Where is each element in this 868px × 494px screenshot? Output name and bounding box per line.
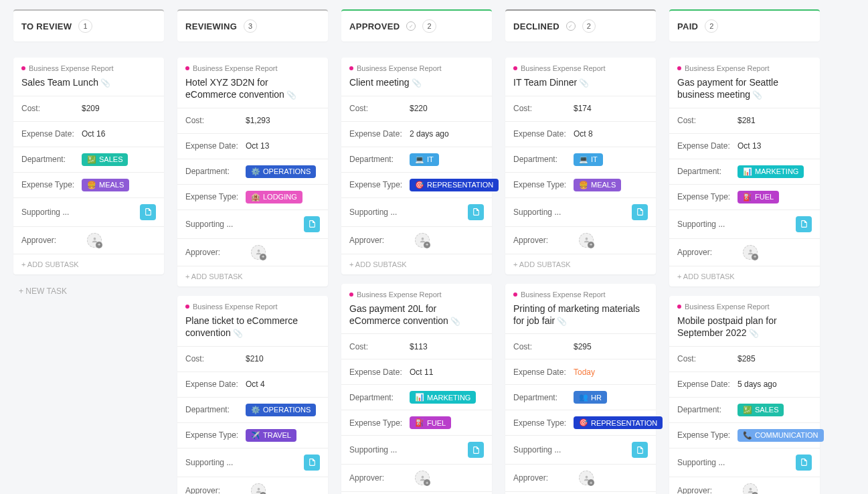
tag-expense-type[interactable]: 🎯REPRESENTATION (574, 416, 663, 429)
card-header: Business Expense ReportHotel XYZ 3D2N fo… (177, 58, 328, 108)
column-title: DECLINED (513, 21, 559, 31)
tag-department[interactable]: 👥HR (574, 391, 607, 404)
column-header[interactable]: DECLINED✓2 (505, 9, 656, 42)
new-task-button[interactable]: + NEW TASK (13, 284, 164, 299)
card-header: Business Expense ReportClient meeting📎 (341, 58, 492, 96)
document-icon[interactable] (304, 455, 320, 471)
task-card[interactable]: Business Expense ReportGas payment for S… (669, 58, 820, 286)
column-header[interactable]: APPROVED✓2 (341, 9, 492, 42)
document-icon[interactable] (796, 455, 812, 471)
dept-emoji-icon: 📊 (743, 167, 752, 176)
row-expense-type: Expense Type:🍔MEALS (505, 172, 656, 197)
task-card[interactable]: Business Expense ReportPrinting of marke… (505, 284, 656, 494)
tag-expense-type[interactable]: 🍔MEALS (82, 179, 129, 191)
add-subtask-button[interactable]: + ADD SUBTASK (669, 266, 820, 286)
label-supporting: Supporting ... (185, 220, 246, 229)
task-card[interactable]: Business Expense ReportPlane ticket to e… (177, 296, 328, 494)
approver-avatar[interactable]: + (579, 471, 594, 485)
tag-department[interactable]: 💻IT (574, 153, 603, 166)
task-card[interactable]: Business Expense ReportGas payment 20L f… (341, 284, 492, 494)
card-header: Business Expense ReportPrinting of marke… (505, 284, 656, 334)
label-approver: Approver: (349, 236, 410, 245)
label-cost: Cost: (513, 342, 574, 351)
add-subtask-button[interactable]: + ADD SUBTASK (505, 491, 656, 494)
label-supporting: Supporting ... (349, 208, 410, 217)
column-header[interactable]: REVIEWING3 (177, 9, 328, 42)
task-card[interactable]: Business Expense ReportIT Team Dinner📎Co… (505, 58, 656, 274)
column-header[interactable]: TO REVIEW1 (13, 9, 164, 42)
label-cost: Cost: (185, 116, 246, 125)
card-category: Business Expense Report (349, 291, 484, 299)
add-subtask-button[interactable]: + ADD SUBTASK (505, 254, 656, 274)
document-icon[interactable] (632, 204, 648, 220)
row-supporting: Supporting ... (177, 210, 328, 238)
column-header[interactable]: PAID2 (669, 9, 820, 42)
document-icon[interactable] (632, 442, 648, 458)
row-expense-type: Expense Type:🏨LODGING (177, 184, 328, 210)
add-subtask-button[interactable]: + ADD SUBTASK (13, 254, 164, 274)
tag-expense-type[interactable]: 🎯REPRESENTATION (410, 179, 499, 191)
tag-expense-type[interactable]: ⛽FUEL (410, 416, 451, 429)
value-expense-date: Oct 11 (410, 367, 433, 377)
add-subtask-button[interactable]: + ADD SUBTASK (341, 254, 492, 274)
label-expense-type: Expense Type: (349, 180, 410, 189)
row-expense-type: Expense Type:⛽FUEL (341, 410, 492, 435)
document-icon[interactable] (304, 216, 320, 232)
tag-department[interactable]: 📊MARKETING (737, 165, 804, 178)
document-icon[interactable] (796, 216, 812, 232)
dept-emoji-icon: ⚙️ (251, 167, 260, 176)
tag-department[interactable]: 💹SALES (82, 153, 128, 166)
document-icon[interactable] (140, 204, 156, 220)
add-subtask-button[interactable]: + ADD SUBTASK (341, 491, 492, 494)
label-expense-date: Expense Date: (21, 129, 82, 139)
row-department: Department:💹SALES (13, 147, 164, 172)
label-approver: Approver: (677, 248, 737, 257)
add-subtask-button[interactable]: + ADD SUBTASK (177, 266, 328, 286)
tag-department[interactable]: ⚙️OPERATIONS (246, 165, 316, 178)
approver-avatar[interactable]: + (579, 233, 594, 248)
task-card[interactable]: Business Expense ReportSales Team Lunch📎… (13, 58, 164, 274)
tag-expense-type[interactable]: 🏨LODGING (246, 191, 302, 203)
label-department: Department: (677, 405, 737, 414)
dept-emoji-icon: 👥 (579, 393, 588, 402)
tag-department[interactable]: 💻IT (410, 153, 439, 166)
label-supporting: Supporting ... (21, 208, 82, 217)
approver-avatar[interactable]: + (415, 471, 430, 485)
tag-expense-type[interactable]: 🍔MEALS (574, 179, 621, 191)
document-icon[interactable] (468, 442, 484, 458)
label-expense-date: Expense Date: (513, 129, 574, 139)
approver-avatar[interactable]: + (87, 233, 102, 248)
label-cost: Cost: (513, 104, 574, 113)
tag-expense-type[interactable]: ✈️TRAVEL (246, 429, 296, 442)
label-cost: Cost: (21, 104, 82, 113)
tag-department[interactable]: 📊MARKETING (410, 391, 476, 404)
tag-department[interactable]: 💹SALES (737, 404, 784, 416)
task-card[interactable]: Business Expense ReportMobile postpaid p… (669, 296, 820, 494)
category-label: Business Expense Report (29, 64, 114, 72)
tag-expense-type[interactable]: ⛽FUEL (737, 191, 779, 203)
category-label: Business Expense Report (521, 291, 606, 299)
approver-avatar[interactable]: + (415, 233, 430, 248)
tag-expense-type[interactable]: 📞COMMUNICATION (737, 429, 824, 442)
label-expense-date: Expense Date: (677, 141, 737, 151)
label-department: Department: (349, 393, 410, 402)
task-card[interactable]: Business Expense ReportClient meeting📎Co… (341, 58, 492, 274)
row-expense-date: Expense Date:Oct 11 (341, 359, 492, 384)
approver-avatar[interactable]: + (743, 245, 758, 260)
label-expense-type: Expense Type: (677, 192, 737, 201)
card-title: IT Team Dinner📎 (513, 76, 648, 89)
approver-avatar[interactable]: + (251, 245, 266, 260)
category-label: Business Expense Report (193, 64, 278, 72)
approver-avatar[interactable]: + (743, 483, 758, 494)
label-department: Department: (677, 167, 737, 176)
label-expense-type: Expense Type: (513, 180, 574, 189)
add-approver-icon: + (752, 492, 758, 494)
label-supporting: Supporting ... (677, 220, 737, 229)
tag-department[interactable]: ⚙️OPERATIONS (246, 404, 316, 416)
approver-avatar[interactable]: + (251, 483, 266, 494)
document-icon[interactable] (468, 204, 484, 220)
task-card[interactable]: Business Expense ReportHotel XYZ 3D2N fo… (177, 58, 328, 286)
row-cost: Cost:$295 (505, 333, 656, 359)
label-expense-date: Expense Date: (185, 141, 246, 151)
row-expense-type: Expense Type:⛽FUEL (669, 184, 820, 210)
